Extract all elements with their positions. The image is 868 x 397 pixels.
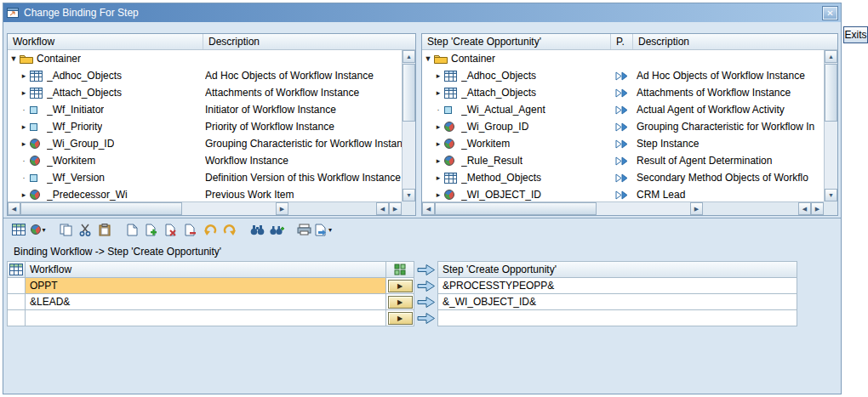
expander-icon[interactable]: ▸ (18, 88, 30, 97)
tree-item[interactable]: ▸ _Workitem Step Instance (422, 135, 824, 152)
expression-picker-button[interactable]: ▶ (388, 312, 413, 325)
scrollbar-track[interactable] (20, 202, 276, 215)
table-select-icon[interactable] (7, 261, 26, 278)
export-icon[interactable]: ▾ (314, 220, 333, 239)
horizontal-scrollbar[interactable]: ◀ ▶ ◀ ▶ (422, 201, 824, 215)
column-header-p[interactable]: P. (611, 34, 633, 49)
expander-icon[interactable]: ▸ (18, 71, 30, 80)
expander-icon[interactable]: · (18, 173, 30, 182)
binding-target-cell[interactable] (437, 310, 797, 326)
tree-item[interactable]: ▸ _Wf_Priority Priority of Workflow Inst… (8, 118, 402, 135)
column-header-description[interactable]: Description (633, 34, 837, 49)
binding-source-cell[interactable]: &LEAD& (26, 294, 386, 310)
scroll-right-button[interactable]: ▶ (276, 202, 288, 215)
expander-icon[interactable]: ▼ (422, 54, 434, 63)
expander-icon[interactable]: ▼ (8, 54, 20, 63)
tree-item[interactable]: ▸ _Method_Objects Secondary Method Objec… (422, 169, 824, 186)
exits-button[interactable]: Exits (843, 26, 868, 43)
row-selector-cell[interactable] (7, 310, 26, 326)
tree-item[interactable]: ▸ _Attach_Objects Attachments of Workflo… (8, 84, 402, 101)
expander-icon[interactable]: ▸ (18, 139, 30, 148)
expander-icon[interactable]: ▸ (432, 156, 444, 165)
vertical-scrollbar[interactable]: ▲ ▼ (402, 50, 415, 201)
tree-item[interactable]: ▸ _Adhoc_Objects Ad Hoc Objects of Workf… (422, 67, 824, 84)
redo-icon[interactable] (220, 220, 239, 239)
tree-item[interactable]: ▸ _Adhoc_Objects Ad Hoc Objects of Workf… (8, 67, 402, 84)
check-entries-icon[interactable] (386, 261, 414, 278)
expander-icon[interactable]: ▸ (432, 122, 444, 131)
print-icon[interactable] (294, 220, 313, 239)
expander-icon[interactable]: ▸ (432, 71, 444, 80)
expander-icon[interactable]: ▸ (432, 139, 444, 148)
insert-line-icon[interactable] (142, 220, 161, 239)
expander-icon[interactable]: ▸ (18, 122, 30, 131)
column-scroll-right-button[interactable]: ▶ (811, 202, 824, 215)
dropdown-icon[interactable]: ▾ (328, 226, 332, 234)
binding-target-cell[interactable]: &_WI_OBJECT_ID& (437, 294, 797, 310)
binding-arrow-icon (414, 294, 437, 310)
scrollbar-thumb[interactable] (435, 202, 597, 215)
binding-target-cell[interactable]: &PROCESSTYPEOPP& (437, 278, 797, 294)
tree-item[interactable]: ▸ _Attach_Objects Attachments of Workflo… (422, 84, 824, 101)
binding-source-cell[interactable] (26, 310, 386, 326)
column-header-step[interactable]: Step 'Create Opportunity' (422, 34, 611, 49)
copy-icon[interactable] (56, 220, 75, 239)
tree-item[interactable]: · _Wf_Version Definition Version of this… (8, 169, 402, 186)
tree-item[interactable]: · _Wi_Actual_Agent Actual Agent of Workf… (422, 101, 824, 118)
column-scroll-right-button[interactable]: ▶ (389, 202, 402, 215)
tree-item[interactable]: ▸ _Wi_Group_ID Grouping Characteristic f… (422, 118, 824, 135)
expander-icon[interactable]: ▸ (18, 190, 30, 199)
scrollbar-thumb[interactable] (20, 202, 182, 215)
expander-icon[interactable]: ▸ (432, 173, 444, 182)
column-header-description[interactable]: Description (203, 34, 415, 49)
find-next-icon[interactable] (267, 220, 286, 239)
tree-item[interactable]: · _Workitem Workflow Instance (8, 152, 402, 169)
binding-target-header[interactable]: Step 'Create Opportunity' (437, 261, 797, 278)
tree-item[interactable]: ▸ _Rule_Result Result of Agent Determina… (422, 152, 824, 169)
delete-line-icon[interactable] (162, 220, 180, 239)
scroll-right-button[interactable]: ▶ (690, 202, 703, 215)
paste-icon[interactable] (95, 220, 114, 239)
display-options-icon[interactable]: ▾ (29, 220, 48, 239)
tree-item[interactable]: ▸ _Predecessor_Wi Previous Work Item (8, 186, 402, 201)
expression-picker-button[interactable]: ▶ (388, 296, 413, 309)
scroll-left-button[interactable]: ◀ (8, 202, 20, 215)
scrollbar-thumb[interactable] (825, 64, 837, 122)
expander-icon[interactable]: · (18, 156, 30, 165)
scrollbar-thumb[interactable] (403, 64, 415, 122)
binding-source-header[interactable]: Workflow (26, 261, 386, 278)
tree-item[interactable]: ▸ _WI_OBJECT_ID CRM Lead (422, 186, 824, 201)
column-scroll-left-button[interactable]: ◀ (798, 202, 811, 215)
tree-item[interactable]: · _Wf_Initiator Initiator of Workflow In… (8, 101, 402, 118)
scroll-left-button[interactable]: ◀ (422, 202, 435, 215)
expander-icon[interactable]: ▸ (432, 88, 444, 97)
scroll-down-button[interactable]: ▼ (825, 189, 837, 201)
scrollbar-track[interactable] (435, 202, 690, 215)
vertical-scrollbar[interactable]: ▲ ▼ (824, 50, 837, 201)
column-scroll-left-button[interactable]: ◀ (376, 202, 389, 215)
column-header-workflow[interactable]: Workflow (8, 34, 203, 49)
row-selector-cell[interactable] (7, 294, 26, 310)
scroll-down-button[interactable]: ▼ (403, 189, 415, 201)
create-line-icon[interactable] (123, 220, 141, 239)
undo-icon[interactable] (201, 220, 220, 239)
expander-icon[interactable]: ▸ (432, 190, 444, 199)
expression-picker-button[interactable]: ▶ (388, 280, 413, 292)
tree-item-container[interactable]: ▼ Container (8, 50, 402, 67)
cut-icon[interactable] (76, 220, 94, 239)
dialog-titlebar[interactable]: Change Binding For Step ✕ (3, 3, 841, 22)
choose-detail-icon[interactable] (9, 220, 28, 239)
scroll-up-button[interactable]: ▲ (825, 50, 837, 63)
binding-source-cell[interactable]: OPPT (26, 278, 386, 294)
close-icon[interactable]: ✕ (823, 7, 837, 20)
expander-icon[interactable]: · (432, 105, 444, 114)
scroll-up-button[interactable]: ▲ (403, 50, 415, 63)
find-icon[interactable] (248, 220, 266, 239)
expander-icon[interactable]: · (18, 105, 30, 114)
remove-line-icon[interactable] (181, 220, 200, 239)
row-selector-cell[interactable] (7, 278, 26, 294)
tree-item-container[interactable]: ▼ Container (422, 50, 824, 67)
tree-item[interactable]: ▸ _Wi_Group_ID Grouping Characteristic f… (8, 135, 402, 152)
horizontal-scrollbar[interactable]: ◀ ▶ ◀ ▶ (8, 201, 402, 215)
dropdown-icon[interactable]: ▾ (42, 226, 45, 234)
